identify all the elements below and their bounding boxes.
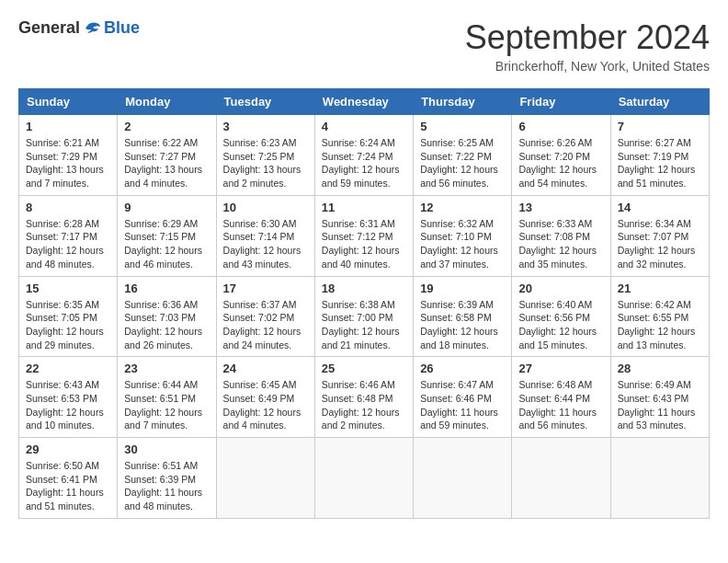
calendar-cell: 19Sunrise: 6:39 AM Sunset: 6:58 PM Dayli…: [414, 276, 512, 357]
calendar-cell: 23Sunrise: 6:44 AM Sunset: 6:51 PM Dayli…: [118, 357, 216, 438]
column-header-thursday: Thursday: [414, 89, 512, 115]
day-info: Sunrise: 6:27 AM Sunset: 7:19 PM Dayligh…: [618, 136, 702, 190]
day-info: Sunrise: 6:36 AM Sunset: 7:03 PM Dayligh…: [124, 298, 209, 352]
day-info: Sunrise: 6:49 AM Sunset: 6:43 PM Dayligh…: [618, 378, 702, 432]
logo: General Blue: [18, 18, 140, 38]
calendar-cell: 13Sunrise: 6:33 AM Sunset: 7:08 PM Dayli…: [512, 195, 610, 276]
day-info: Sunrise: 6:32 AM Sunset: 7:10 PM Dayligh…: [420, 217, 505, 271]
day-info: Sunrise: 6:39 AM Sunset: 6:58 PM Dayligh…: [420, 298, 505, 352]
day-info: Sunrise: 6:37 AM Sunset: 7:02 PM Dayligh…: [223, 298, 308, 352]
day-number: 17: [223, 282, 308, 295]
day-number: 16: [124, 282, 209, 295]
calendar-cell: 22Sunrise: 6:43 AM Sunset: 6:53 PM Dayli…: [19, 357, 118, 438]
calendar-cell: 3Sunrise: 6:23 AM Sunset: 7:25 PM Daylig…: [216, 115, 314, 196]
calendar-table: SundayMondayTuesdayWednesdayThursdayFrid…: [18, 88, 710, 519]
calendar-cell: 2Sunrise: 6:22 AM Sunset: 7:27 PM Daylig…: [118, 115, 216, 196]
calendar-cell: 20Sunrise: 6:40 AM Sunset: 6:56 PM Dayli…: [512, 276, 610, 357]
day-info: Sunrise: 6:24 AM Sunset: 7:24 PM Dayligh…: [322, 136, 406, 190]
day-number: 1: [26, 120, 110, 133]
day-number: 15: [26, 282, 110, 295]
day-number: 28: [618, 362, 702, 375]
day-number: 2: [124, 120, 209, 133]
calendar-cell: 8Sunrise: 6:28 AM Sunset: 7:17 PM Daylig…: [19, 195, 118, 276]
calendar-cell: 11Sunrise: 6:31 AM Sunset: 7:12 PM Dayli…: [314, 195, 413, 276]
logo-blue-text: Blue: [104, 18, 140, 38]
column-header-saturday: Saturday: [610, 89, 709, 115]
calendar-cell: [414, 438, 512, 519]
day-number: 30: [124, 442, 209, 456]
day-number: 26: [420, 362, 505, 375]
day-info: Sunrise: 6:31 AM Sunset: 7:12 PM Dayligh…: [322, 217, 406, 271]
day-info: Sunrise: 6:25 AM Sunset: 7:22 PM Dayligh…: [420, 136, 505, 190]
day-info: Sunrise: 6:22 AM Sunset: 7:27 PM Dayligh…: [124, 136, 209, 190]
location-text: Brinckerhoff, New York, United States: [465, 59, 710, 74]
calendar-cell: 26Sunrise: 6:47 AM Sunset: 6:46 PM Dayli…: [414, 357, 512, 438]
day-info: Sunrise: 6:44 AM Sunset: 6:51 PM Dayligh…: [124, 378, 209, 432]
calendar-cell: 29Sunrise: 6:50 AM Sunset: 6:41 PM Dayli…: [19, 438, 118, 519]
header-row: SundayMondayTuesdayWednesdayThursdayFrid…: [19, 89, 710, 115]
day-number: 8: [26, 201, 110, 214]
day-number: 3: [223, 120, 308, 133]
calendar-cell: [216, 438, 314, 519]
page-header: General Blue September 2024 Brinckerhoff…: [18, 18, 710, 74]
day-info: Sunrise: 6:33 AM Sunset: 7:08 PM Dayligh…: [518, 217, 603, 271]
day-number: 24: [223, 362, 308, 375]
day-number: 27: [518, 362, 603, 375]
day-info: Sunrise: 6:43 AM Sunset: 6:53 PM Dayligh…: [26, 378, 110, 432]
day-number: 21: [618, 282, 702, 295]
calendar-cell: 14Sunrise: 6:34 AM Sunset: 7:07 PM Dayli…: [610, 195, 709, 276]
title-section: September 2024 Brinckerhoff, New York, U…: [465, 18, 710, 74]
calendar-cell: 18Sunrise: 6:38 AM Sunset: 7:00 PM Dayli…: [314, 276, 413, 357]
day-number: 7: [618, 120, 702, 133]
column-header-friday: Friday: [512, 89, 610, 115]
day-info: Sunrise: 6:30 AM Sunset: 7:14 PM Dayligh…: [223, 217, 308, 271]
day-info: Sunrise: 6:50 AM Sunset: 6:41 PM Dayligh…: [26, 459, 110, 513]
calendar-cell: 15Sunrise: 6:35 AM Sunset: 7:05 PM Dayli…: [19, 276, 118, 357]
day-info: Sunrise: 6:42 AM Sunset: 6:55 PM Dayligh…: [618, 298, 702, 352]
calendar-cell: 16Sunrise: 6:36 AM Sunset: 7:03 PM Dayli…: [118, 276, 216, 357]
day-number: 6: [518, 120, 603, 133]
day-info: Sunrise: 6:51 AM Sunset: 6:39 PM Dayligh…: [124, 459, 209, 513]
day-info: Sunrise: 6:21 AM Sunset: 7:29 PM Dayligh…: [26, 136, 110, 190]
day-number: 18: [322, 282, 406, 295]
day-number: 19: [420, 282, 505, 295]
week-row-4: 22Sunrise: 6:43 AM Sunset: 6:53 PM Dayli…: [19, 357, 710, 438]
calendar-cell: 17Sunrise: 6:37 AM Sunset: 7:02 PM Dayli…: [216, 276, 314, 357]
calendar-cell: 5Sunrise: 6:25 AM Sunset: 7:22 PM Daylig…: [414, 115, 512, 196]
calendar-cell: 12Sunrise: 6:32 AM Sunset: 7:10 PM Dayli…: [414, 195, 512, 276]
calendar-cell: 21Sunrise: 6:42 AM Sunset: 6:55 PM Dayli…: [610, 276, 709, 357]
calendar-cell: 7Sunrise: 6:27 AM Sunset: 7:19 PM Daylig…: [610, 115, 709, 196]
day-number: 14: [618, 201, 702, 214]
day-number: 20: [518, 282, 603, 295]
column-header-monday: Monday: [118, 89, 216, 115]
day-number: 29: [26, 442, 110, 456]
logo-general-text: General: [18, 18, 80, 38]
day-info: Sunrise: 6:47 AM Sunset: 6:46 PM Dayligh…: [420, 378, 505, 432]
week-row-2: 8Sunrise: 6:28 AM Sunset: 7:17 PM Daylig…: [19, 195, 710, 276]
calendar-cell: 27Sunrise: 6:48 AM Sunset: 6:44 PM Dayli…: [512, 357, 610, 438]
calendar-cell: [512, 438, 610, 519]
day-number: 23: [124, 362, 209, 375]
column-header-sunday: Sunday: [19, 89, 118, 115]
day-number: 12: [420, 201, 505, 214]
calendar-cell: 10Sunrise: 6:30 AM Sunset: 7:14 PM Dayli…: [216, 195, 314, 276]
calendar-cell: 9Sunrise: 6:29 AM Sunset: 7:15 PM Daylig…: [118, 195, 216, 276]
calendar-cell: 4Sunrise: 6:24 AM Sunset: 7:24 PM Daylig…: [314, 115, 413, 196]
week-row-3: 15Sunrise: 6:35 AM Sunset: 7:05 PM Dayli…: [19, 276, 710, 357]
day-number: 10: [223, 201, 308, 214]
day-info: Sunrise: 6:34 AM Sunset: 7:07 PM Dayligh…: [618, 217, 702, 271]
calendar-cell: [314, 438, 413, 519]
day-info: Sunrise: 6:46 AM Sunset: 6:48 PM Dayligh…: [322, 378, 406, 432]
day-number: 9: [124, 201, 209, 214]
day-info: Sunrise: 6:28 AM Sunset: 7:17 PM Dayligh…: [26, 217, 110, 271]
day-info: Sunrise: 6:35 AM Sunset: 7:05 PM Dayligh…: [26, 298, 110, 352]
day-info: Sunrise: 6:23 AM Sunset: 7:25 PM Dayligh…: [223, 136, 308, 190]
week-row-5: 29Sunrise: 6:50 AM Sunset: 6:41 PM Dayli…: [19, 438, 710, 519]
day-info: Sunrise: 6:48 AM Sunset: 6:44 PM Dayligh…: [518, 378, 603, 432]
day-info: Sunrise: 6:29 AM Sunset: 7:15 PM Dayligh…: [124, 217, 209, 271]
day-number: 4: [322, 120, 406, 133]
day-number: 13: [518, 201, 603, 214]
day-info: Sunrise: 6:26 AM Sunset: 7:20 PM Dayligh…: [518, 136, 603, 190]
day-number: 22: [26, 362, 110, 375]
calendar-cell: [610, 438, 709, 519]
